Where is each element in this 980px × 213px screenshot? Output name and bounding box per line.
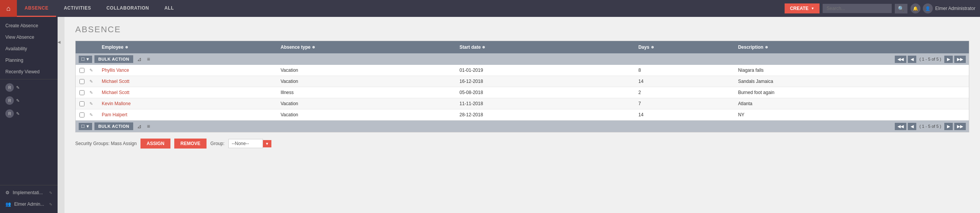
remove-button[interactable]: REMOVE bbox=[174, 139, 207, 149]
page-info-bottom: ( 1 - 5 of 5 ) bbox=[918, 124, 943, 129]
check-caret-icon: ▼ bbox=[86, 57, 90, 61]
group-select[interactable]: --None-- bbox=[228, 139, 263, 148]
row-checkbox-5[interactable] bbox=[76, 110, 88, 120]
th-days[interactable]: Days ⊕ bbox=[634, 41, 734, 53]
create-button[interactable]: CREATE ▼ bbox=[785, 3, 820, 13]
sidebar-label: Recently Viewed bbox=[5, 69, 40, 74]
sidebar-label: Implementati... bbox=[13, 190, 43, 195]
last-page-button[interactable]: ▶▶ bbox=[954, 56, 966, 63]
sidebar-item-create-absence[interactable]: Create Absence bbox=[0, 20, 58, 31]
edit-icon-2[interactable]: ✎ bbox=[16, 98, 20, 103]
app-logo[interactable]: ⌂ bbox=[0, 0, 17, 17]
recently-viewed-item-2[interactable]: R ✎ bbox=[0, 94, 58, 107]
th-employee-sort-icon: ⊕ bbox=[125, 45, 128, 49]
user-name[interactable]: Elmer Administrator bbox=[935, 6, 975, 11]
edit-icon-1[interactable]: ✎ bbox=[16, 85, 20, 90]
assign-button[interactable]: ASSIGN bbox=[140, 139, 170, 149]
nav-right-area: CREATE ▼ 🔍 🔔 👤 Elmer Administrator bbox=[780, 0, 980, 17]
sidebar-divider-2 bbox=[0, 185, 58, 185]
employee-link-2[interactable]: Michael Scott bbox=[102, 79, 129, 84]
list-view-button-bottom[interactable]: ≡ bbox=[145, 122, 152, 130]
bulk-action-button-bottom[interactable]: BULK ACTION bbox=[94, 122, 133, 130]
sidebar-label: View Absence bbox=[5, 35, 34, 40]
recently-viewed-item-1[interactable]: R ✎ bbox=[0, 81, 58, 94]
row-edit-5[interactable]: ✎ bbox=[88, 111, 97, 119]
row-employee-5: Pam Halpert bbox=[97, 109, 276, 120]
list-view-button[interactable]: ≡ bbox=[145, 55, 152, 63]
tab-activities[interactable]: ACTIVITIES bbox=[56, 0, 99, 17]
edit-pencil-icon[interactable]: ✎ bbox=[89, 79, 93, 84]
edit-pencil-icon[interactable]: ✎ bbox=[89, 112, 93, 117]
user-avatar[interactable]: 👤 bbox=[923, 3, 933, 13]
last-page-button-bottom[interactable]: ▶▶ bbox=[954, 123, 966, 130]
rv-avatar-2: R bbox=[5, 96, 14, 105]
row-type-5: Vacation bbox=[276, 109, 455, 120]
edit-pencil-icon[interactable]: ✎ bbox=[89, 101, 93, 106]
edit-pencil-icon[interactable]: ✎ bbox=[89, 90, 93, 95]
row-edit-1[interactable]: ✎ bbox=[88, 66, 97, 74]
row-checkbox-4[interactable] bbox=[76, 99, 88, 109]
checkbox-icon-bottom: ☐ bbox=[81, 124, 85, 129]
row-checkbox-1[interactable] bbox=[76, 65, 88, 76]
next-page-button[interactable]: ▶ bbox=[944, 56, 953, 63]
next-page-button-bottom[interactable]: ▶ bbox=[944, 123, 953, 130]
sidebar-item-view-absence[interactable]: View Absence bbox=[0, 31, 58, 43]
tab-all[interactable]: ALL bbox=[157, 0, 182, 17]
filter-button-bottom[interactable]: ⊿ bbox=[136, 122, 143, 130]
filter-button[interactable]: ⊿ bbox=[136, 55, 143, 63]
employee-link-3[interactable]: Michael Scott bbox=[102, 90, 129, 95]
first-page-button-bottom[interactable]: ◀◀ bbox=[895, 123, 906, 130]
prev-page-button-bottom[interactable]: ◀ bbox=[908, 123, 916, 130]
edit-icon-impl[interactable]: ✎ bbox=[49, 191, 52, 195]
search-input[interactable] bbox=[823, 4, 892, 13]
table-row: ✎ Michael Scott Vacation 16-12-2018 14 S… bbox=[76, 76, 969, 87]
edit-icon-elmer[interactable]: ✎ bbox=[49, 202, 52, 206]
th-start-date[interactable]: Start date ⊕ bbox=[455, 41, 634, 53]
employee-link-1[interactable]: Phyllis Vance bbox=[102, 68, 129, 73]
sidebar-divider bbox=[0, 79, 58, 79]
prev-page-button[interactable]: ◀ bbox=[908, 56, 916, 63]
edit-pencil-icon[interactable]: ✎ bbox=[89, 68, 93, 73]
th-days-sort-icon: ⊕ bbox=[651, 45, 654, 49]
search-button[interactable]: 🔍 bbox=[895, 4, 907, 13]
group-dropdown-button[interactable]: ▼ bbox=[263, 140, 271, 147]
row-checkbox-2[interactable] bbox=[76, 76, 88, 87]
collapse-panel[interactable]: ◀ bbox=[58, 17, 64, 213]
employee-link-5[interactable]: Pam Halpert bbox=[102, 112, 127, 117]
row-desc-2: Sandals Jamaica bbox=[734, 76, 969, 87]
select-all-dropdown-bottom[interactable]: ☐ ▼ bbox=[79, 123, 92, 130]
th-date-sort-icon: ⊕ bbox=[482, 45, 485, 49]
row-days-1: 8 bbox=[634, 65, 734, 76]
tab-absence[interactable]: ABSENCE bbox=[17, 0, 56, 17]
sidebar-label: Planning bbox=[5, 58, 23, 63]
notifications-icon[interactable]: 🔔 bbox=[911, 3, 921, 13]
tab-collaboration[interactable]: COLLABORATION bbox=[99, 0, 157, 17]
first-page-button[interactable]: ◀◀ bbox=[895, 56, 906, 63]
select-all-dropdown[interactable]: ☐ ▼ bbox=[79, 56, 92, 63]
sidebar-item-implementation[interactable]: ⚙ Implementati... ✎ bbox=[0, 187, 58, 198]
row-type-3: Illness bbox=[276, 87, 455, 98]
row-checkbox-3[interactable] bbox=[76, 88, 88, 98]
table-row: ✎ Michael Scott Illness 05-08-2018 2 Bur… bbox=[76, 87, 969, 98]
th-type[interactable]: Absence type ⊕ bbox=[276, 41, 455, 53]
sidebar-item-elmer-admin[interactable]: 👥 Elmer Admin... ✎ bbox=[0, 198, 58, 210]
main-content: ABSENCE Employee ⊕ Absence type ⊕ Start … bbox=[64, 17, 980, 213]
row-edit-4[interactable]: ✎ bbox=[88, 100, 97, 108]
bulk-action-button[interactable]: BULK ACTION bbox=[94, 55, 133, 63]
sidebar-item-availability[interactable]: Availability bbox=[0, 43, 58, 54]
row-edit-2[interactable]: ✎ bbox=[88, 78, 97, 86]
th-description[interactable]: Description ⊕ bbox=[734, 41, 969, 53]
row-desc-4: Atlanta bbox=[734, 98, 969, 109]
nav-tabs: ABSENCE ACTIVITIES COLLABORATION ALL bbox=[17, 0, 780, 17]
table-bottom-toolbar: ☐ ▼ BULK ACTION ⊿ ≡ ◀◀ ◀ ( 1 - 5 of 5 ) … bbox=[76, 121, 969, 132]
recently-viewed-item-3[interactable]: R ✎ bbox=[0, 107, 58, 120]
sidebar-item-recently-viewed[interactable]: Recently Viewed bbox=[0, 66, 58, 78]
row-date-3: 05-08-2018 bbox=[455, 87, 634, 98]
th-employee[interactable]: Employee ⊕ bbox=[97, 41, 276, 53]
edit-icon-3[interactable]: ✎ bbox=[16, 111, 20, 116]
employee-link-4[interactable]: Kevin Mallone bbox=[102, 101, 131, 106]
page-title: ABSENCE bbox=[75, 25, 969, 35]
row-edit-3[interactable]: ✎ bbox=[88, 89, 97, 97]
row-date-1: 01-01-2019 bbox=[455, 65, 634, 76]
sidebar-item-planning[interactable]: Planning bbox=[0, 54, 58, 66]
